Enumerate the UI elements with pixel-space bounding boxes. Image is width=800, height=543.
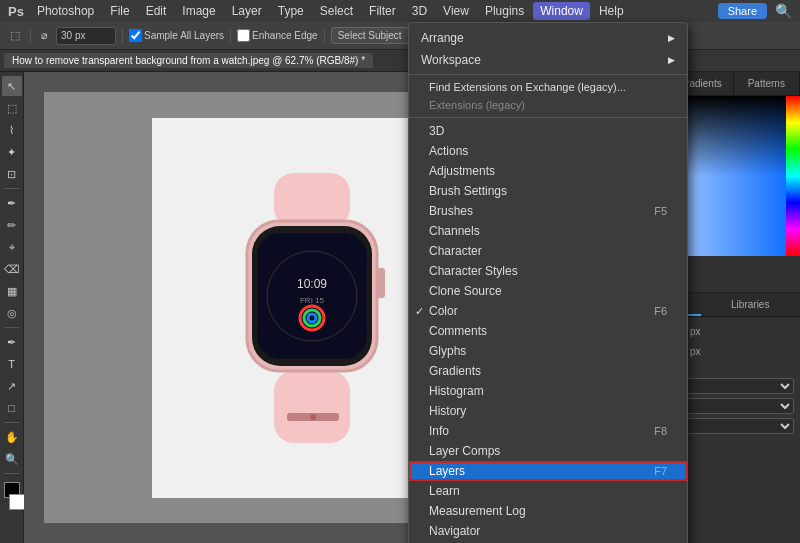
tab-label: How to remove transparent background fro…	[12, 55, 365, 66]
menu-item-histogram[interactable]: Histogram	[409, 381, 687, 401]
toolbar-divider-2	[122, 28, 123, 44]
menu-select[interactable]: Select	[313, 2, 360, 20]
menu-item-brushes[interactable]: Brushes F5	[409, 201, 687, 221]
color-swatches	[4, 482, 20, 514]
menu-item-learn[interactable]: Learn	[409, 481, 687, 501]
menu-view[interactable]: View	[436, 2, 476, 20]
menu-item-color[interactable]: Color F6	[409, 301, 687, 321]
menu-item-layers[interactable]: Layers F7	[409, 461, 687, 481]
menu-item-character-styles[interactable]: Character Styles	[409, 261, 687, 281]
menu-plugins[interactable]: Plugins	[478, 2, 531, 20]
menu-item-glyphs[interactable]: Glyphs	[409, 341, 687, 361]
sample-layers-checkbox[interactable]	[129, 29, 142, 42]
tool-divider-2	[4, 327, 20, 328]
menu-item-find-extensions[interactable]: Find Extensions on Exchange (legacy)...	[409, 78, 687, 96]
sample-layers-checkbox-label[interactable]: Sample All Layers	[129, 29, 224, 42]
tool-hand[interactable]: ✋	[2, 427, 22, 447]
menu-layer[interactable]: Layer	[225, 2, 269, 20]
brush-size-input[interactable]	[56, 27, 116, 45]
menu-separator-1	[409, 74, 687, 75]
svg-point-13	[310, 414, 316, 420]
tool-pen[interactable]: ✒	[2, 332, 22, 352]
menu-photoshop[interactable]: Photoshop	[30, 2, 101, 20]
tab-libraries[interactable]: Libraries	[701, 293, 801, 316]
menu-item-3d[interactable]: 3D	[409, 121, 687, 141]
watch-svg: 10:09 FRI 15	[202, 173, 422, 443]
menubar-right: Share 🔍	[718, 3, 792, 19]
tool-path[interactable]: ↗	[2, 376, 22, 396]
search-icon[interactable]: 🔍	[775, 3, 792, 19]
tool-stamp[interactable]: ⌖	[2, 237, 22, 257]
background-color[interactable]	[9, 494, 25, 510]
menu-item-layer-comps[interactable]: Layer Comps	[409, 441, 687, 461]
enhance-edge-checkbox[interactable]	[237, 29, 250, 42]
menu-edit[interactable]: Edit	[139, 2, 174, 20]
menu-item-gradients[interactable]: Gradients	[409, 361, 687, 381]
tool-brush[interactable]: ✏	[2, 215, 22, 235]
tool-divider-1	[4, 188, 20, 189]
menu-item-workspace[interactable]: Workspace	[409, 49, 687, 71]
tool-marquee[interactable]: ⬚	[2, 98, 22, 118]
menu-item-comments[interactable]: Comments	[409, 321, 687, 341]
menu-item-info[interactable]: Info F8	[409, 421, 687, 441]
menu-item-clone-source[interactable]: Clone Source	[409, 281, 687, 301]
menu-item-measurement-log[interactable]: Measurement Log	[409, 501, 687, 521]
select-subject-button[interactable]: Select Subject	[331, 27, 409, 44]
toolbar-divider-1	[30, 28, 31, 44]
tool-mode-btn[interactable]: ⬚	[6, 28, 24, 43]
app-logo: Ps	[8, 4, 24, 19]
tool-type[interactable]: T	[2, 354, 22, 374]
tool-crop[interactable]: ⊡	[2, 164, 22, 184]
toolbar-divider-3	[230, 28, 231, 44]
tab-patterns[interactable]: Patterns	[734, 72, 800, 95]
svg-rect-11	[274, 371, 350, 443]
menu-item-adjustments[interactable]: Adjustments	[409, 161, 687, 181]
window-dropdown-menu: Arrange Workspace Find Extensions on Exc…	[408, 22, 688, 543]
menu-item-extensions-legacy[interactable]: Extensions (legacy)	[409, 96, 687, 114]
menu-item-arrange[interactable]: Arrange	[409, 27, 687, 49]
menu-filter[interactable]: Filter	[362, 2, 403, 20]
brush-icon: ⌀	[37, 28, 52, 43]
menu-item-navigator[interactable]: Navigator	[409, 521, 687, 541]
tool-move[interactable]: ↖	[2, 76, 22, 96]
tool-divider-4	[4, 473, 20, 474]
menu-item-character[interactable]: Character	[409, 241, 687, 261]
menu-type[interactable]: Type	[271, 2, 311, 20]
tool-eraser[interactable]: ⌫	[2, 259, 22, 279]
y-unit: px	[690, 346, 701, 357]
menubar: Ps Photoshop File Edit Image Layer Type …	[0, 0, 800, 22]
tool-lasso[interactable]: ⌇	[2, 120, 22, 140]
enhance-edge-label: Enhance Edge	[237, 29, 318, 42]
tool-gradient[interactable]: ▦	[2, 281, 22, 301]
hue-strip[interactable]	[786, 96, 800, 256]
menu-item-history[interactable]: History	[409, 401, 687, 421]
menu-3d[interactable]: 3D	[405, 2, 434, 20]
tool-eyedropper[interactable]: ✒	[2, 193, 22, 213]
share-button[interactable]: Share	[718, 3, 767, 19]
menu-image[interactable]: Image	[175, 2, 222, 20]
x-unit: px	[690, 326, 701, 337]
menu-help[interactable]: Help	[592, 2, 631, 20]
tools-sidebar: ↖ ⬚ ⌇ ✦ ⊡ ✒ ✏ ⌖ ⌫ ▦ ◎ ✒ T ↗ □ ✋ 🔍	[0, 72, 24, 543]
tool-divider-3	[4, 422, 20, 423]
tool-blur[interactable]: ◎	[2, 303, 22, 323]
tool-quick-select[interactable]: ✦	[2, 142, 22, 162]
svg-rect-14	[247, 221, 377, 371]
menu-item-brush-settings[interactable]: Brush Settings	[409, 181, 687, 201]
document-tab[interactable]: How to remove transparent background fro…	[4, 53, 373, 68]
toolbar-divider-4	[324, 28, 325, 44]
tool-shape[interactable]: □	[2, 398, 22, 418]
menu-separator-2	[409, 117, 687, 118]
tool-zoom[interactable]: 🔍	[2, 449, 22, 469]
menu-file[interactable]: File	[103, 2, 136, 20]
menu-window[interactable]: Window	[533, 2, 590, 20]
menu-item-actions[interactable]: Actions	[409, 141, 687, 161]
menu-item-channels[interactable]: Channels	[409, 221, 687, 241]
